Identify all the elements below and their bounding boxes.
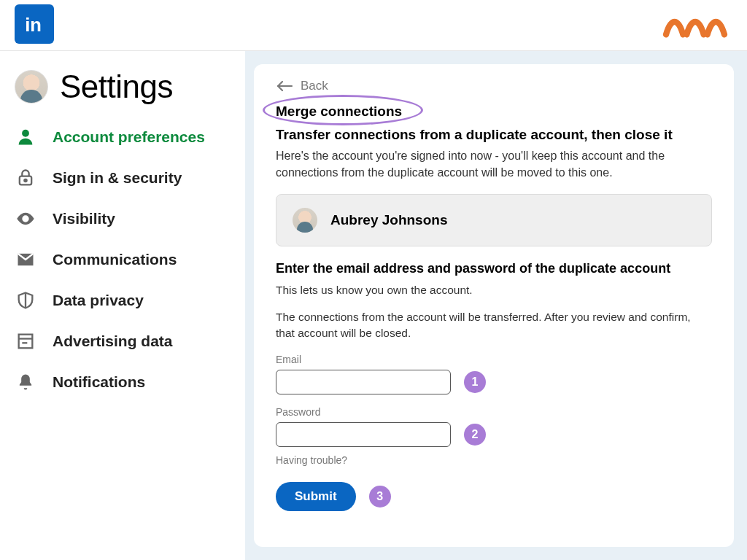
- sidebar-item-label: Account preferences: [53, 128, 205, 146]
- linkedin-icon: in: [22, 12, 47, 36]
- settings-panel: Back Merge connections Transfer connecti…: [254, 64, 734, 547]
- user-avatar[interactable]: [15, 70, 48, 104]
- password-label: Password: [276, 406, 712, 418]
- annotation-step-1: 1: [464, 371, 486, 393]
- submit-button[interactable]: Submit: [276, 482, 356, 511]
- email-input[interactable]: [276, 370, 451, 394]
- section-title: Merge connections: [276, 104, 402, 120]
- sidebar: Settings Account preferences Sign in & s…: [0, 51, 245, 560]
- settings-nav: Account preferences Sign in & security V…: [15, 127, 231, 392]
- annotation-step-2: 2: [464, 424, 486, 446]
- arrow-left-icon: [276, 79, 293, 93]
- sidebar-item-visibility[interactable]: Visibility: [15, 209, 231, 229]
- having-trouble-link[interactable]: Having trouble?: [276, 454, 712, 466]
- sidebar-item-account-preferences[interactable]: Account preferences: [15, 127, 231, 147]
- annotation-step-3: 3: [369, 486, 391, 508]
- eye-icon: [15, 209, 36, 229]
- sidebar-item-label: Data privacy: [53, 292, 144, 309]
- sidebar-item-label: Advertising data: [53, 332, 173, 350]
- form-subtext-2: The connections from the account will be…: [276, 309, 712, 342]
- content-area: Back Merge connections Transfer connecti…: [245, 51, 747, 560]
- current-account-card: Aubrey Johnsons: [276, 194, 712, 246]
- lock-icon: [15, 168, 36, 188]
- page-title: Settings: [60, 69, 173, 105]
- sidebar-item-label: Notifications: [53, 373, 145, 391]
- back-label: Back: [301, 79, 328, 93]
- bell-icon: [15, 372, 36, 392]
- section-title-wrap: Merge connections: [276, 104, 402, 120]
- svg-point-2: [22, 130, 29, 137]
- svg-rect-6: [19, 335, 33, 349]
- section-subheading: Transfer connections from a duplicate ac…: [276, 127, 712, 143]
- svg-point-4: [24, 179, 26, 182]
- sidebar-item-notifications[interactable]: Notifications: [15, 372, 231, 392]
- email-label: Email: [276, 354, 712, 365]
- sidebar-item-signin-security[interactable]: Sign in & security: [15, 168, 231, 188]
- person-icon: [15, 127, 36, 147]
- sidebar-item-data-privacy[interactable]: Data privacy: [15, 290, 231, 311]
- shield-icon: [15, 290, 36, 311]
- current-account-avatar: [293, 208, 317, 233]
- settings-header: Settings: [15, 69, 231, 105]
- svg-text:in: in: [25, 15, 42, 35]
- intro-text: Here's the account you're signed into no…: [276, 147, 712, 181]
- document-icon: [15, 331, 36, 351]
- partner-logo: [662, 9, 735, 44]
- sidebar-item-communications[interactable]: Communications: [15, 249, 231, 270]
- svg-point-5: [24, 217, 28, 221]
- sidebar-item-advertising-data[interactable]: Advertising data: [15, 331, 231, 351]
- sidebar-item-label: Sign in & security: [53, 169, 182, 187]
- linkedin-logo[interactable]: in: [15, 4, 54, 44]
- envelope-icon: [15, 249, 36, 270]
- back-link[interactable]: Back: [276, 79, 712, 93]
- form-subtext-1: This lets us know you own the account.: [276, 282, 712, 298]
- sidebar-item-label: Communications: [53, 251, 177, 268]
- current-account-name: Aubrey Johnsons: [330, 212, 447, 228]
- password-input[interactable]: [276, 422, 451, 447]
- sidebar-item-label: Visibility: [53, 210, 115, 228]
- top-bar: in: [0, 0, 747, 51]
- form-heading: Enter the email address and password of …: [276, 261, 712, 276]
